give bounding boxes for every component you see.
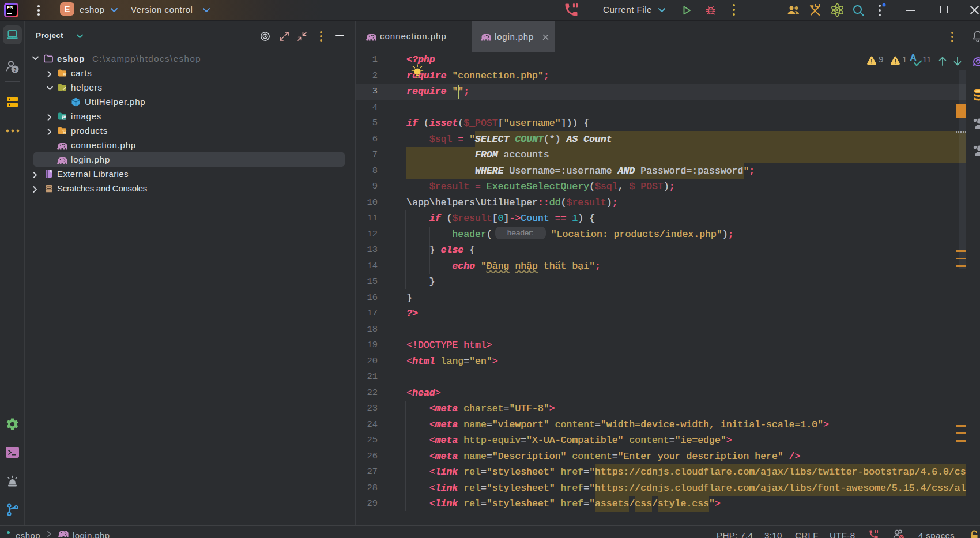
svg-text:?: ? [13, 66, 17, 73]
